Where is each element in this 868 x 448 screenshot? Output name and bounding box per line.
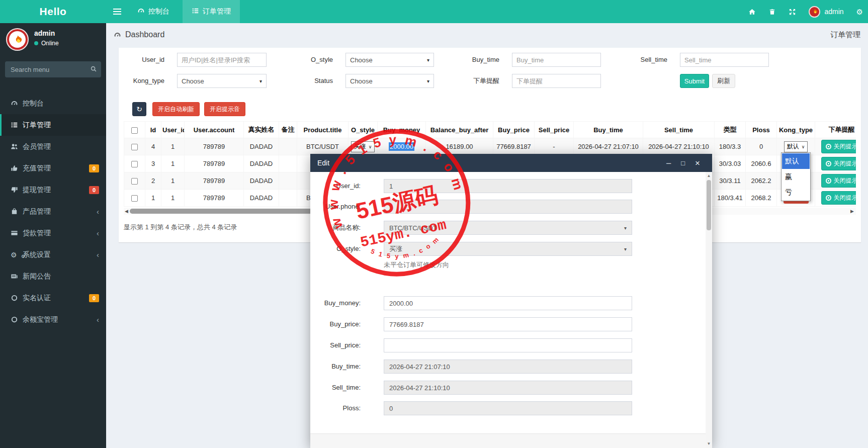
sidebar-item-orders[interactable]: 订单管理 (0, 114, 106, 136)
modal-buy-price-input[interactable] (384, 317, 632, 331)
modal-body: User_id: User.phone: 商品名称: BTC/BTC/USDT … (310, 172, 712, 448)
sidebar-item-loans[interactable]: 贷款管理 ‹ (0, 222, 106, 244)
maximize-icon[interactable]: □ (681, 160, 685, 166)
users-icon (11, 143, 23, 150)
modal-label-sell-time: Sell_time: (314, 381, 361, 395)
search-icon[interactable] (90, 65, 97, 74)
table-header-row: Id User_id User.account 真实姓名 备注 Product.… (124, 122, 856, 138)
circle-o-icon (11, 316, 23, 323)
user-menu[interactable]: admin (809, 6, 843, 18)
select-all-checkbox[interactable] (131, 127, 138, 134)
modal-label-buy-price: Buy_price: (314, 317, 361, 331)
sidebar-item-console[interactable]: 控制台 (0, 93, 106, 114)
fullscreen-icon[interactable] (789, 8, 796, 16)
sell-time-input[interactable] (680, 53, 769, 67)
modal-buy-time-input[interactable] (384, 360, 632, 374)
row-o-style-select[interactable]: 买涨∨ (351, 141, 375, 152)
top-tab-console[interactable]: 控制台 (128, 0, 179, 23)
thumbs-down-icon (11, 186, 23, 194)
col-sell-price: Sell_price (535, 122, 574, 138)
badge: 0 (89, 186, 99, 194)
chevron-left-icon: ‹ (97, 207, 99, 216)
filter-label-status: Status (283, 74, 333, 88)
row-kong-select[interactable]: 默认∨ (784, 141, 808, 152)
modal-o-style-help: 未平仓订单可修改方向 (384, 260, 449, 270)
home-icon[interactable] (748, 8, 756, 16)
submit-button[interactable]: Submit (680, 74, 709, 88)
reload-button[interactable]: ↻ (132, 102, 146, 116)
sidebar-item-withdraw[interactable]: 提现管理 0 (0, 179, 106, 201)
scroll-right-icon[interactable]: ▶ (850, 209, 854, 214)
sidebar-item-yuebao[interactable]: 余额宝管理 ‹ (0, 309, 106, 330)
scroll-left-icon[interactable]: ◀ (125, 209, 128, 214)
status-select[interactable]: Choose ▾ (345, 74, 434, 88)
close-alert-button[interactable]: 关闭提示 (821, 174, 856, 188)
breadcrumb: Dashboard (114, 30, 164, 39)
search-input[interactable] (5, 61, 101, 77)
modal-product-select[interactable]: BTC/BTC/USDT ▾ (384, 221, 632, 235)
user-id-input[interactable] (177, 53, 267, 67)
o-style-select[interactable]: Choose ▾ (345, 53, 434, 67)
modal-sell-time-input[interactable] (384, 381, 632, 395)
sound-alert-button[interactable]: 开启提示音 (204, 102, 245, 116)
circle-o-icon (11, 294, 23, 302)
modal-vertical-scrollbar[interactable]: ▲ ▼ (706, 172, 712, 448)
row-checkbox[interactable] (131, 161, 138, 167)
modal-sell-price-input[interactable] (384, 338, 632, 352)
row-checkbox[interactable] (131, 195, 138, 202)
col-remind: 下单提醒 (815, 122, 856, 138)
select-caret-icon: ∨ (802, 144, 805, 149)
scrollbar-thumb[interactable] (707, 180, 711, 230)
close-alert-button[interactable]: 关闭提示 (821, 157, 856, 170)
sidebar-item-settings[interactable]: ⚙⚙ 系统设置 ‹ (0, 244, 106, 265)
sidebar-item-members[interactable]: 会员管理 (0, 136, 106, 157)
sidebar-toggle-button[interactable] (106, 0, 128, 23)
top-tab-orders[interactable]: 订单管理 (183, 0, 240, 23)
auto-refresh-button[interactable]: 开启自动刷新 (152, 102, 200, 116)
trash-icon[interactable] (768, 8, 776, 16)
modal-label-buy-money: Buy_money: (314, 296, 361, 310)
modal-titlebar[interactable]: Edit ─ □ × (310, 154, 712, 172)
dropdown-option-default[interactable]: 默认 (782, 153, 810, 169)
minimize-icon[interactable]: ─ (666, 160, 671, 166)
buy-time-input[interactable] (512, 53, 601, 67)
caret-down-icon: ▾ (259, 78, 262, 84)
close-alert-button[interactable]: 关闭提示 (821, 191, 856, 205)
modal-title: Edit (317, 159, 329, 167)
caret-down-icon: ▾ (624, 246, 627, 252)
scroll-up-icon[interactable]: ▲ (706, 173, 712, 178)
col-sell-time: Sell_time (643, 122, 715, 138)
modal-ploss-input[interactable] (384, 401, 632, 415)
sidebar-item-realname[interactable]: 实名认证 0 (0, 287, 106, 309)
remind-input[interactable] (512, 74, 601, 88)
refresh-button[interactable]: 刷新 (712, 74, 735, 88)
close-icon[interactable]: × (695, 159, 700, 167)
scroll-down-icon[interactable]: ▼ (706, 441, 712, 446)
modal-phone-input[interactable] (384, 200, 632, 214)
sidebar-item-recharge[interactable]: 充值管理 0 (0, 157, 106, 179)
sidebar-user-panel: admin Online (0, 23, 106, 59)
modal-buy-money-input[interactable] (384, 296, 632, 310)
shopping-bag-icon (11, 208, 23, 215)
top-tab-label: 控制台 (148, 7, 169, 16)
dashboard-icon (137, 7, 145, 16)
dropdown-option-win[interactable]: 赢 (782, 169, 810, 185)
modal-user-id-input[interactable] (384, 179, 632, 193)
kong-type-select[interactable]: Choose ▾ (177, 74, 267, 88)
credit-card-icon (11, 229, 23, 237)
sidebar-item-products[interactable]: 产品管理 ‹ (0, 201, 106, 222)
row-checkbox[interactable] (131, 178, 138, 185)
modal-o-style-select[interactable]: 买涨 ▾ (384, 242, 632, 256)
top-tab-label: 订单管理 (203, 7, 231, 16)
dropdown-option-lose[interactable]: 亏 (782, 185, 810, 200)
filter-label-sell-time: Sell_time (617, 53, 667, 67)
list-icon (192, 7, 199, 16)
dot-circle-icon (826, 178, 831, 184)
dashboard-icon (11, 100, 23, 107)
top-nav-tabs: 控制台 订单管理 (128, 0, 240, 23)
settings-gear-icon[interactable]: ⚙ (856, 8, 863, 16)
sidebar-item-news[interactable]: 新闻公告 (0, 265, 106, 287)
close-alert-button[interactable]: 关闭提示 (821, 140, 856, 153)
row-checkbox[interactable] (131, 144, 138, 150)
dot-circle-icon (826, 195, 831, 201)
